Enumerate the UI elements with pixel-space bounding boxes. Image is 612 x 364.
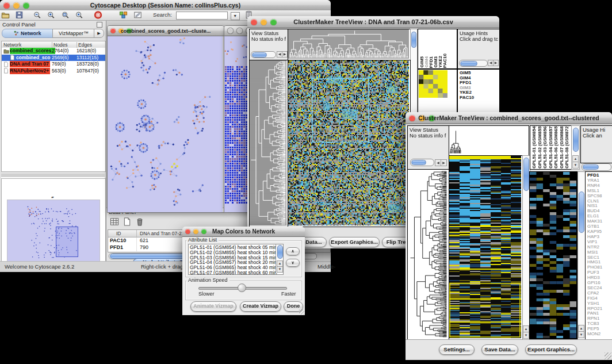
network-canvas-2[interactable]: [224, 36, 250, 212]
gene-label[interactable]: MON2: [587, 332, 602, 337]
column-dendrogram-canvas[interactable]: [288, 29, 409, 59]
network-list-row[interactable]: DNA and Tran 07769(0)183728(0): [2, 61, 105, 68]
network-list-row[interactable]: combined_sco2569(6)13112(15): [2, 55, 105, 62]
dp-col-id[interactable]: ID: [116, 231, 121, 236]
scroll-down-button[interactable]: ▼: [572, 162, 579, 168]
gene-list-vscrollbar[interactable]: ▲ ▼: [577, 171, 586, 340]
tab-vizmapper[interactable]: VizMapper™: [52, 29, 95, 38]
zoom-selected-icon[interactable]: [75, 11, 85, 20]
network-nodes: 769(0): [52, 61, 66, 67]
view-status-hscrollbar[interactable]: [410, 159, 434, 166]
row-label[interactable]: PAC10: [460, 95, 474, 101]
scroll-down-button[interactable]: ▼: [523, 332, 529, 339]
open-file-icon[interactable]: [1, 11, 11, 20]
scroll-down-button[interactable]: ▼: [578, 331, 584, 338]
column-dendrogram-canvas[interactable]: [449, 126, 527, 154]
speed-slider-thumb[interactable]: [238, 283, 246, 292]
network-list-row[interactable]: RNAPuberNov2+563(0)107847(0): [2, 68, 105, 75]
view-status-hscrollbar[interactable]: [251, 51, 276, 58]
export-graphics-button[interactable]: Export Graphics...: [329, 237, 380, 247]
column-label[interactable]: GPL51-07 (GSM868): [559, 125, 565, 168]
search-input[interactable]: [176, 12, 228, 20]
move-down-button[interactable]: ∨: [286, 259, 300, 267]
view-status-label: View Status: [250, 29, 288, 36]
usage-hints-hscrollbar[interactable]: [582, 163, 611, 171]
settings-button[interactable]: Settings...: [439, 344, 475, 355]
network-list: combined_scores_2764(0)16218(0)combined_…: [1, 48, 106, 172]
close-button[interactable]: [110, 28, 116, 33]
attribute-listbox[interactable]: GPL51-01 (GSM854) heat shock 05 minGPL51…: [188, 244, 284, 275]
control-panel-tabs: Network VizMapper™ ▶: [2, 29, 104, 38]
global-heatmap-canvas[interactable]: [449, 156, 521, 338]
dialog-titlebar[interactable]: Map Colors to Network: [182, 227, 305, 237]
column-label[interactable]: PFD1: [429, 56, 433, 68]
dialog-title: Map Colors to Network: [194, 228, 293, 235]
new-attribute-icon[interactable]: [123, 217, 132, 227]
close-button[interactable]: [3, 2, 10, 9]
network-nodes: 2569(6): [52, 55, 68, 60]
column-label[interactable]: GIM4: [424, 56, 429, 68]
main-titlebar[interactable]: Cytoscape Desktop (Session Name: collins…: [0, 0, 331, 11]
save-icon[interactable]: [15, 11, 25, 20]
column-label[interactable]: YKE2: [438, 56, 442, 68]
listbox-vscrollbar[interactable]: ▲ ▼: [276, 244, 283, 273]
export-graphics-button[interactable]: Export Graphics...: [525, 344, 577, 355]
search-dropdown-button[interactable]: ▼: [231, 12, 240, 20]
network-edges: 13112(15): [76, 55, 98, 60]
resize-grip[interactable]: [605, 352, 611, 359]
usage-hints-hscrollbar[interactable]: [459, 60, 488, 67]
column-label[interactable]: GPL51-06 (GSM865): [553, 125, 559, 168]
column-label[interactable]: GPL51-01 (GSM854): [531, 125, 537, 168]
close-button[interactable]: [227, 28, 234, 34]
minimize-button[interactable]: [236, 28, 243, 34]
treeview2-titlebar[interactable]: ClusterMaker TreeView : combined_scores_…: [406, 112, 612, 124]
create-vizmap-button[interactable]: Create Vizmap: [240, 301, 281, 312]
tab-network[interactable]: Network: [2, 29, 53, 38]
network-canvas[interactable]: [108, 36, 223, 212]
network-view-titlebar[interactable]: combined_scores_good.txt--cluste...: [108, 26, 224, 36]
global-heatmap-canvas[interactable]: [288, 60, 409, 225]
scroll-right-button[interactable]: ▶: [493, 60, 499, 66]
tab-overflow-button[interactable]: ▶: [94, 29, 104, 38]
row-dendrogram-canvas[interactable]: [250, 60, 286, 225]
col-edges[interactable]: Edges: [76, 42, 92, 48]
network-overview-canvas[interactable]: [7, 200, 100, 262]
zoom-heatmap-canvas[interactable]: [530, 172, 576, 338]
scroll-right-button[interactable]: ▶: [441, 159, 447, 166]
col-network[interactable]: Network: [3, 42, 21, 48]
float-panel-icon[interactable]: [97, 22, 102, 28]
column-label[interactable]: GPL51-04 (GSM857): [548, 125, 554, 168]
animate-vizmap-button[interactable]: Animate Vizmap: [190, 301, 236, 312]
save-data-button[interactable]: Save Data...: [481, 344, 518, 355]
resize-grip[interactable]: [299, 309, 304, 315]
column-label[interactable]: GIM5: [419, 56, 424, 68]
scroll-right-button[interactable]: ▶: [282, 51, 288, 58]
zoom-in-icon[interactable]: [47, 11, 56, 20]
close-button[interactable]: [185, 229, 190, 234]
zoom-heatmap-canvas[interactable]: [419, 70, 447, 98]
treeview1-titlebar[interactable]: ClusterMaker TreeView : DNA and Tran 07-…: [247, 16, 499, 28]
help-lifesaver-icon[interactable]: [94, 11, 104, 20]
column-label[interactable]: PAC10: [442, 53, 447, 68]
close-button[interactable]: [409, 115, 415, 121]
zoom-out-icon[interactable]: [33, 11, 43, 20]
move-up-button[interactable]: ∧: [286, 247, 300, 255]
delete-attribute-icon[interactable]: [135, 217, 145, 227]
zoom-fit-icon[interactable]: [61, 11, 71, 20]
column-label[interactable]: GIM3: [433, 56, 438, 68]
close-button[interactable]: [251, 19, 257, 25]
column-label[interactable]: GPL51-02 (GSM855): [537, 125, 543, 168]
column-label[interactable]: GPL51-03 (GSM856): [542, 125, 548, 168]
network-list-row[interactable]: combined_scores_2764(0)16218(0): [2, 48, 105, 55]
attribute-list-label: Attribute List: [186, 237, 219, 243]
usage-hints-label: Usage Hints: [458, 29, 499, 36]
scroll-down-button[interactable]: ▼: [277, 266, 283, 273]
column-labels-vscrollbar[interactable]: ▲ ▼: [571, 125, 580, 170]
annotation-icon[interactable]: [133, 11, 143, 20]
attribute-list-item[interactable]: GPL51-07 (GSM868) heat shock 60 min: [190, 270, 277, 275]
column-label[interactable]: GPL51-08 (GSM872): [564, 125, 570, 168]
table-grid-icon[interactable]: [110, 217, 120, 227]
col-nodes[interactable]: Nodes: [52, 42, 68, 48]
row-dendrogram-canvas[interactable]: [408, 170, 447, 338]
plugin-manager-icon[interactable]: [119, 11, 129, 20]
